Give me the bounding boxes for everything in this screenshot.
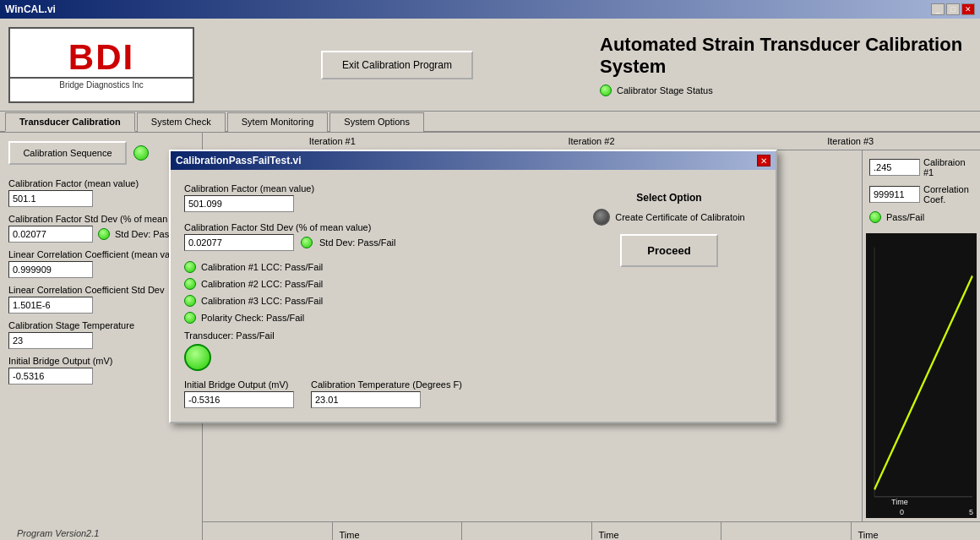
logo-sub: Bridge Diagnostics Inc xyxy=(10,77,193,90)
modal-cal-temp-label: Calibration Temperature (Degrees F) xyxy=(311,379,462,390)
exit-btn-wrapper: Exit Calibration Program xyxy=(211,51,583,79)
modal-cal-factor-std-input[interactable] xyxy=(184,234,294,251)
cal-factor-std-label: Calibration Factor Std Dev (% of mean xyxy=(8,214,193,224)
field-group-lin-corr-mean: Linear Correlation Coefficient (mean va xyxy=(8,249,193,278)
right-panel: Calibraion #1 Correlation Coef. Pass/Fai… xyxy=(862,150,980,521)
program-version: Program Version2.1 xyxy=(17,528,99,538)
chart-x-label: 0 xyxy=(900,508,904,516)
close-btn[interactable]: ✕ xyxy=(961,3,975,15)
polarity-label: Polarity Check: Pass/Fail xyxy=(201,313,304,323)
modal-left: Calibration Factor (mean value) Calibrat… xyxy=(184,183,563,408)
app-title: Automated Strain Transducer Calibration … xyxy=(600,34,972,78)
header-section: BDI Bridge Diagnostics Inc Exit Calibrat… xyxy=(0,19,980,112)
field-group-cal-stage-temp: Calibration Stage Temperature xyxy=(8,320,193,349)
select-option-section: Select Option Create Certificate of Cali… xyxy=(593,192,744,226)
select-option-label: Select Option xyxy=(636,192,701,204)
logo-bdi: BDI xyxy=(68,40,134,75)
modal-right: Select Option Create Certificate of Cali… xyxy=(576,183,762,408)
lin-corr-std-input[interactable] xyxy=(8,297,93,314)
cal3-lcc-led xyxy=(184,295,196,307)
right-panel-fields: Calibraion #1 Correlation Coef. Pass/Fai… xyxy=(863,150,980,230)
bottom-seg-6: Time xyxy=(852,522,981,540)
std-dev-led xyxy=(98,228,110,240)
right-field-cal1: Calibraion #1 xyxy=(869,157,973,177)
cal-factor-mean-input[interactable] xyxy=(8,190,93,207)
tab-sytem-monitoring[interactable]: Sytem Monitoring xyxy=(227,112,329,132)
pass-fail-led-right xyxy=(869,211,881,223)
cal-num1-input[interactable] xyxy=(869,159,920,176)
initial-bridge-label: Initial Bridge Output (mV) xyxy=(8,356,193,366)
radio-knob[interactable] xyxy=(593,209,610,226)
modal-cal-factor-mean-input[interactable] xyxy=(184,195,294,212)
pass-fail-cal2: Calibration #2 LCC: Pass/Fail xyxy=(184,278,563,290)
cal-stage-temp-input[interactable] xyxy=(8,332,93,349)
cal2-lcc-label: Calibration #2 LCC: Pass/Fail xyxy=(201,279,323,289)
header-right: Automated Strain Transducer Calibration … xyxy=(583,34,972,96)
exit-calibration-button[interactable]: Exit Calibration Program xyxy=(321,51,473,79)
logo-box: BDI Bridge Diagnostics Inc xyxy=(8,27,194,103)
chart-svg xyxy=(866,233,977,518)
modal-std-dev-text: Std Dev: Pass/Fail xyxy=(319,237,395,248)
modal-initial-bridge-group: Initial Bridge Output (mV) xyxy=(184,379,294,408)
cal-factor-std-input[interactable] xyxy=(8,226,93,243)
modal-cal-factor-std-row: Std Dev: Pass/Fail xyxy=(184,234,563,251)
content-area: Calibration Sequence Calibration Factor … xyxy=(0,133,980,540)
field-group-cal-factor-mean: Calibration Factor (mean value) xyxy=(8,178,193,207)
stage-status-label: Calibrator Stage Status xyxy=(617,85,713,95)
cal-factor-std-row: Std Dev: Pas xyxy=(8,226,193,243)
cal3-lcc-label: Calibration #3 LCC: Pass/Fail xyxy=(201,296,323,306)
cal-stage-temp-label: Calibration Stage Temperature xyxy=(8,320,193,330)
iteration-2-label: Iteration #2 xyxy=(462,136,721,146)
tab-transducer-calibration[interactable]: Transducer Calibration xyxy=(5,112,135,132)
pass-fail-label-right: Pass/Fail xyxy=(886,212,924,222)
cal2-lcc-led xyxy=(184,278,196,290)
modal-initial-bridge-label: Initial Bridge Output (mV) xyxy=(184,379,294,390)
pass-fail-polarity: Polarity Check: Pass/Fail xyxy=(184,312,563,324)
radio-row: Create Certificate of Calibratoin xyxy=(593,209,744,226)
tab-system-check[interactable]: System Check xyxy=(137,112,226,132)
modal-body: Calibration Factor (mean value) Calibrat… xyxy=(171,170,776,422)
field-group-lin-corr-std: Linear Correlation Coefficient Std Dev xyxy=(8,285,193,314)
pass-fail-cal3: Calibration #3 LCC: Pass/Fail xyxy=(184,295,563,307)
lin-corr-mean-input[interactable] xyxy=(8,261,93,278)
title-bar: WinCAL.vi _ □ ✕ xyxy=(0,0,980,19)
modal-initial-bridge-input[interactable] xyxy=(184,391,294,408)
cal-factor-mean-label: Calibration Factor (mean value) xyxy=(8,178,193,188)
pass-fail-cal1: Calibration #1 LCC: Pass/Fail xyxy=(184,261,563,273)
calibration-sequence-button[interactable]: Calibration Sequence xyxy=(8,141,127,165)
cal1-lcc-led xyxy=(184,261,196,273)
modal-bottom-row: Initial Bridge Output (mV) Calibration T… xyxy=(184,379,563,408)
modal-close-button[interactable]: ✕ xyxy=(757,155,770,166)
modal-std-dev-led xyxy=(301,237,313,248)
lin-corr-mean-label: Linear Correlation Coefficient (mean va xyxy=(8,249,193,259)
maximize-btn[interactable]: □ xyxy=(946,3,960,15)
bottom-seg-4: Time xyxy=(592,522,722,540)
modal-field-cal-factor-mean: Calibration Factor (mean value) xyxy=(184,183,563,212)
minimize-btn[interactable]: _ xyxy=(931,3,945,15)
modal-cal-temp-input[interactable] xyxy=(311,391,421,408)
right-field-corr: Correlation Coef. xyxy=(869,184,973,205)
transducer-led xyxy=(184,344,211,371)
pass-fail-row-right: Pass/Fail xyxy=(869,211,973,223)
transducer-label: Transducer: Pass/Fail xyxy=(184,330,275,341)
modal-cal-factor-std-label: Calibration Factor Std Dev (% of mean va… xyxy=(184,222,563,232)
field-group-cal-factor-std: Calibration Factor Std Dev (% of mean St… xyxy=(8,214,193,243)
chart-x-end: 5 xyxy=(969,508,973,516)
initial-bridge-input[interactable] xyxy=(8,368,93,385)
tab-system-options[interactable]: System Options xyxy=(329,112,424,132)
field-group-initial-bridge: Initial Bridge Output (mV) xyxy=(8,356,193,385)
window-controls: _ □ ✕ xyxy=(931,3,975,15)
cal-num1-label: Calibraion #1 xyxy=(923,157,973,177)
cal1-lcc-label: Calibration #1 LCC: Pass/Fail xyxy=(201,262,323,272)
modal-titlebar: CalibrationPassFailTest.vi ✕ xyxy=(171,151,776,170)
proceed-button[interactable]: Proceed xyxy=(620,234,717,267)
modal-field-cal-factor-std: Calibration Factor Std Dev (% of mean va… xyxy=(184,222,563,251)
corr-coef-input[interactable] xyxy=(869,186,920,203)
modal-cal-temp-group: Calibration Temperature (Degrees F) xyxy=(311,379,462,408)
bottom-seg-3 xyxy=(462,522,592,540)
chart-time-label: Time xyxy=(891,498,908,506)
transducer-col: Transducer: Pass/Fail xyxy=(184,330,275,371)
modal-dialog: CalibrationPassFailTest.vi ✕ Calibration… xyxy=(169,150,777,423)
bottom-seg-5 xyxy=(721,522,852,540)
radio-label: Create Certificate of Calibratoin xyxy=(615,212,744,222)
